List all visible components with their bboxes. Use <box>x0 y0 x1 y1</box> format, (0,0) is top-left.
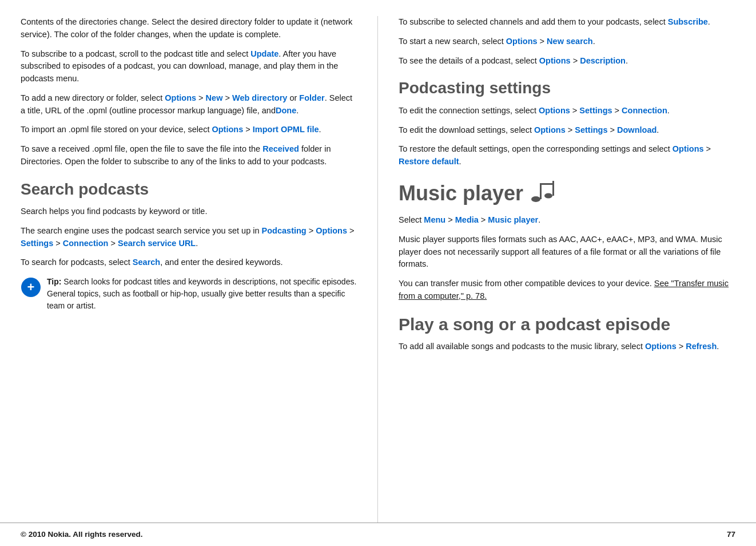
page-number: 77 <box>727 529 735 540</box>
link-options-7[interactable]: Options <box>534 125 566 134</box>
para-save-opml: To save a received .opml file, open the … <box>21 143 357 168</box>
link-settings-2[interactable]: Settings <box>579 106 612 115</box>
para-connection-settings: To edit the connection settings, select … <box>399 105 735 117</box>
link-subscribe[interactable]: Subscribe <box>668 17 708 26</box>
para-restore-default: To restore the default settings, open th… <box>399 143 735 168</box>
link-options-1[interactable]: Options <box>165 93 196 102</box>
svg-rect-6 <box>540 183 554 185</box>
para-new-search: To start a new search, select Options > … <box>399 35 735 48</box>
link-description[interactable]: Description <box>580 56 626 65</box>
footer: © 2010 Nokia. All rights reserved. 77 <box>0 523 756 546</box>
svg-point-2 <box>531 196 540 202</box>
para-music-menu: Select Menu > Media > Music player. <box>399 214 735 227</box>
heading-podcasting-settings: Podcasting settings <box>399 78 735 98</box>
link-restore-default[interactable]: Restore default <box>399 157 459 166</box>
link-refresh[interactable]: Refresh <box>686 342 717 351</box>
section-search-podcasts: Search podcasts Search helps you find po… <box>21 180 357 319</box>
tip-text: Tip: Search looks for podcast titles and… <box>47 276 357 312</box>
para-import-opml: To import an .opml file stored on your d… <box>21 124 357 136</box>
link-new-search[interactable]: New search <box>547 37 593 46</box>
link-done[interactable]: Done <box>276 106 296 115</box>
link-music-player[interactable]: Music player <box>488 215 538 224</box>
para-search-2: The search engine uses the podcast searc… <box>21 225 357 250</box>
page-container: Contents of the directories change. Sele… <box>0 0 756 546</box>
right-column: To subscribe to selected channels and ad… <box>378 16 756 523</box>
music-note-icon <box>529 179 554 208</box>
link-options-4[interactable]: Options <box>506 37 538 46</box>
link-webdir[interactable]: Web directory <box>232 93 287 102</box>
heading-play-episode: Play a song or a podcast episode <box>399 314 735 335</box>
link-options-9[interactable]: Options <box>645 342 677 351</box>
para-search-3: To search for podcasts, select Search, a… <box>21 256 357 269</box>
link-settings-1[interactable]: Settings <box>21 239 53 248</box>
link-search-url[interactable]: Search service URL <box>118 239 196 248</box>
svg-point-3 <box>544 193 552 198</box>
heading-music-player: Music player <box>399 179 735 208</box>
para-add-directory: To add a new directory or folder, select… <box>21 92 357 117</box>
link-options-2[interactable]: Options <box>212 125 243 134</box>
tip-box: + Tip: Search looks for podcast titles a… <box>21 276 357 319</box>
tip-label: Tip: <box>47 277 61 286</box>
para-subscribe-podcast: To subscribe to a podcast, scroll to the… <box>21 48 357 85</box>
link-media[interactable]: Media <box>455 215 479 224</box>
para-subscribe-channels: To subscribe to selected channels and ad… <box>399 16 735 29</box>
heading-search-podcasts: Search podcasts <box>21 180 357 199</box>
para-music-formats: Music player supports files formats such… <box>399 234 735 271</box>
link-options-8[interactable]: Options <box>673 144 704 153</box>
link-podcasting[interactable]: Podcasting <box>262 226 307 235</box>
link-update[interactable]: Update <box>250 49 278 58</box>
section-play-episode: Play a song or a podcast episode To add … <box>399 314 735 353</box>
link-options-5[interactable]: Options <box>539 56 571 65</box>
para-directories: Contents of the directories change. Sele… <box>21 16 357 41</box>
link-connection-1[interactable]: Connection <box>63 239 109 248</box>
link-received[interactable]: Received <box>262 144 299 153</box>
para-download-settings: To edit the download settings, select Op… <box>399 124 735 137</box>
section-directories: Contents of the directories change. Sele… <box>21 16 357 168</box>
svg-rect-4 <box>540 183 542 199</box>
svg-rect-5 <box>552 181 554 196</box>
link-menu[interactable]: Menu <box>424 215 445 224</box>
content-area: Contents of the directories change. Sele… <box>0 0 756 523</box>
left-column: Contents of the directories change. Sele… <box>0 16 378 523</box>
copyright-text: © 2010 Nokia. All rights reserved. <box>21 529 143 540</box>
link-settings-3[interactable]: Settings <box>575 125 607 134</box>
link-search[interactable]: Search <box>133 258 160 267</box>
para-description: To see the details of a podcast, select … <box>399 55 735 68</box>
section-music-player: Music player Select Menu > Media > Music… <box>399 179 735 303</box>
link-download[interactable]: Download <box>617 125 656 134</box>
link-folder[interactable]: Folder <box>299 93 324 102</box>
link-new[interactable]: New <box>206 93 223 102</box>
svg-text:+: + <box>27 280 35 294</box>
para-play-1: To add all available songs and podcasts … <box>399 341 735 353</box>
section-right-top: To subscribe to selected channels and ad… <box>399 16 735 67</box>
para-search-1: Search helps you find podcasts by keywor… <box>21 205 357 218</box>
link-import-opml[interactable]: Import OPML file <box>253 125 319 134</box>
section-podcasting-settings: Podcasting settings To edit the connecti… <box>399 78 735 168</box>
link-connection-2[interactable]: Connection <box>622 106 667 115</box>
link-options-3[interactable]: Options <box>316 226 347 235</box>
para-music-transfer: You can transfer music from other compat… <box>399 278 735 303</box>
link-options-6[interactable]: Options <box>539 106 570 115</box>
tip-icon: + <box>21 277 41 298</box>
